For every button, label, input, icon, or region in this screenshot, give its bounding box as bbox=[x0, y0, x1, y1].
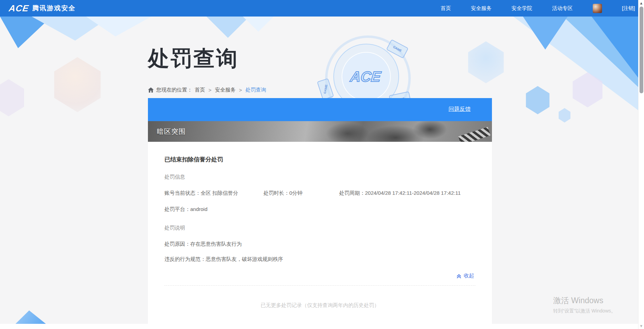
decor-triangle bbox=[243, 17, 274, 32]
watermark-line1: 激活 Windows bbox=[553, 295, 616, 306]
field-label: 违反的行为规范： bbox=[164, 256, 206, 262]
record-title: 已结束扣除信誉分处罚 bbox=[164, 156, 475, 163]
field-period: 处罚周期：2024/04/28 17:42:11-2024/04/28 17:4… bbox=[339, 190, 475, 197]
nav-item-events[interactable]: 活动专区 bbox=[552, 5, 573, 12]
breadcrumb: 您现在的位置： 首页 > 安全服务 > 处罚查询 bbox=[148, 87, 266, 93]
scrollbar-up-arrow[interactable]: ▲ bbox=[639, 1, 643, 5]
brand[interactable]: ACE 腾讯游戏安全 bbox=[9, 3, 76, 14]
field-label: 处罚原因： bbox=[164, 241, 190, 247]
chevron-up-double-icon bbox=[456, 273, 462, 279]
page-title: 处罚查询 bbox=[148, 44, 239, 73]
scrollbar-thumb[interactable] bbox=[640, 7, 643, 93]
breadcrumb-separator: > bbox=[239, 87, 242, 93]
home-icon bbox=[148, 87, 154, 93]
game-name: 暗区突围 bbox=[157, 127, 186, 136]
brand-title: 腾讯游戏安全 bbox=[32, 4, 76, 13]
feedback-link[interactable]: 问题反馈 bbox=[449, 106, 471, 113]
field-value: 存在恶意伤害队友行为 bbox=[190, 241, 242, 247]
field-reason: 处罚原因：存在恶意伤害队友行为 bbox=[164, 241, 475, 247]
field-label: 处罚周期： bbox=[339, 190, 365, 196]
decor-hexagon-character bbox=[52, 57, 103, 112]
breadcrumb-prefix: 您现在的位置： bbox=[156, 87, 192, 93]
breadcrumb-security-services[interactable]: 安全服务 bbox=[215, 87, 236, 93]
ace-logo-icon: ACE bbox=[8, 3, 30, 14]
nav-item-security-academy[interactable]: 安全学院 bbox=[512, 5, 532, 12]
no-more-records-notice: 已无更多处罚记录（仅支持查询两年内的历史处罚） bbox=[164, 286, 475, 327]
field-duration: 处罚时长：0分钟 bbox=[264, 190, 339, 197]
field-label: 处罚平台： bbox=[164, 206, 190, 212]
breadcrumb-separator: > bbox=[208, 87, 212, 93]
top-navigation-bar: ACE 腾讯游戏安全 首页 安全服务 安全学院 活动专区 [注销] bbox=[0, 0, 644, 17]
logout-link[interactable]: [注销] bbox=[622, 5, 635, 12]
decor-triangle bbox=[206, 17, 249, 38]
decor-triangle bbox=[14, 310, 47, 325]
decor-hexagon-character bbox=[558, 108, 571, 123]
punishment-card: 问题反馈 暗区突围 已结束扣除信誉分处罚 处罚信息 账号当前状态：全区 扣除信誉… bbox=[148, 98, 492, 327]
decor-hexagon-character bbox=[525, 86, 551, 114]
field-value: android bbox=[190, 206, 207, 212]
card-header-banner: 问题反馈 bbox=[148, 98, 492, 121]
breadcrumb-home[interactable]: 首页 bbox=[195, 87, 205, 93]
field-account-status: 账号当前状态：全区 扣除信誉分 bbox=[164, 190, 264, 197]
breadcrumb-current[interactable]: 处罚查询 bbox=[246, 87, 266, 93]
field-value: 全区 扣除信誉分 bbox=[201, 190, 238, 196]
collapse-button[interactable]: 收起 bbox=[164, 271, 475, 285]
field-value: 0分钟 bbox=[289, 190, 302, 196]
field-value: 2024/04/28 17:42:11-2024/04/28 17:42:11 bbox=[365, 190, 461, 196]
scrollbar-down-arrow[interactable]: ▼ bbox=[639, 324, 643, 328]
game-chip-label: GAME bbox=[393, 45, 402, 53]
collapse-label: 收起 bbox=[464, 273, 474, 279]
section-punishment-info: 处罚信息 bbox=[164, 174, 475, 180]
field-platform: 处罚平台：android bbox=[164, 206, 475, 213]
vertical-scrollbar[interactable]: ▲ ▼ bbox=[638, 0, 644, 329]
field-row: 账号当前状态：全区 扣除信誉分 处罚时长：0分钟 处罚周期：2024/04/28… bbox=[164, 190, 475, 197]
section-punishment-desc: 处罚说明 bbox=[164, 225, 475, 231]
windows-activation-watermark: 激活 Windows 转到“设置”以激活 Windows。 bbox=[553, 295, 616, 314]
nav-item-security-services[interactable]: 安全服务 bbox=[471, 5, 492, 12]
field-label: 账号当前状态： bbox=[164, 190, 201, 196]
field-label: 处罚时长： bbox=[264, 190, 289, 196]
field-value: 恶意伤害队友，破坏游戏规则秩序 bbox=[206, 256, 283, 262]
field-violated-rules: 违反的行为规范：恶意伤害队友，破坏游戏规则秩序 bbox=[164, 256, 475, 263]
page: ACE GAME GAME GAME ACE 腾讯游戏安全 首页 安全服务 安全… bbox=[0, 0, 644, 329]
decor-hexagon-character bbox=[466, 41, 506, 83]
decor-hexagon-character bbox=[0, 79, 26, 116]
ace-center-logo: ACE bbox=[324, 68, 407, 85]
main-nav: 首页 安全服务 安全学院 活动专区 [注销] bbox=[441, 4, 644, 13]
nav-item-home[interactable]: 首页 bbox=[441, 5, 451, 12]
game-chip-label: GAME bbox=[323, 84, 328, 94]
watermark-line2: 转到“设置”以激活 Windows。 bbox=[553, 308, 616, 314]
game-banner-image: 暗区突围 bbox=[148, 121, 492, 142]
punishment-record: 已结束扣除信誉分处罚 处罚信息 账号当前状态：全区 扣除信誉分 处罚时长：0分钟… bbox=[148, 142, 492, 327]
user-avatar[interactable] bbox=[593, 4, 602, 13]
